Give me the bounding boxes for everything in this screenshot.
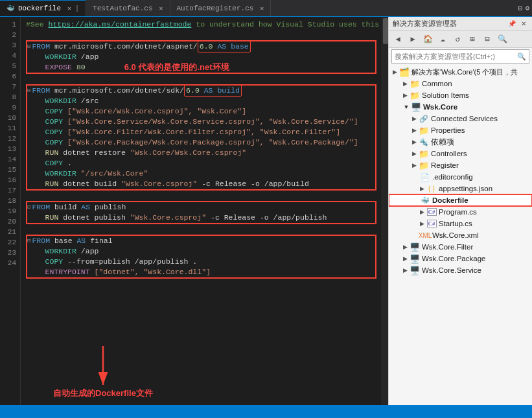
split-icon[interactable]: ⊟ (518, 4, 523, 12)
tree-item-editorconfig[interactable]: 📄 .editorconfig (389, 171, 532, 183)
expand-button[interactable]: ⊞ (466, 33, 479, 46)
tree-item-wsk-core[interactable]: ▼ 🖥️ Wsk.Core (389, 101, 532, 113)
main-area: 12345 678910 1112131415 1617181920 21222… (0, 17, 532, 405)
appsettings-icon: { } (426, 183, 437, 194)
code-line-11: COPY ["Wsk.Core.Filter/Wsk.Core.Filter.c… (27, 127, 375, 137)
tab-autofacregister-close[interactable]: ✕ (260, 5, 264, 12)
code-line-12: COPY ["Wsk.Core.Package/Wsk.Core.Package… (27, 137, 375, 148)
dependencies-label: 依赖项 (431, 137, 454, 147)
code-line-16: RUN dotnet build "Wsk.Core.csproj" -c Re… (27, 179, 375, 189)
editorconfig-label: .editorconfig (432, 173, 473, 181)
scroll-thumb[interactable] (383, 18, 388, 44)
tree-item-controllers[interactable]: ▶ 📁 Controllers (389, 148, 532, 159)
back-button[interactable]: ◀ (391, 33, 404, 46)
tab-dockerfile-close[interactable]: ✕ (67, 5, 71, 12)
tab-testautofac[interactable]: TestAutofac.cs ✕ (86, 0, 170, 16)
tree-item-solution[interactable]: ▶ 🗂️ 解决方案'Wsk.Core'(5 个项目，共 (389, 66, 532, 78)
tab-testautofac-label: TestAutofac.cs (93, 5, 152, 12)
properties-arrow: ▶ (410, 127, 419, 134)
tree-item-wsk-core-filter[interactable]: ▶ 🖥️ Wsk.Core.Filter (389, 241, 532, 253)
wsk-core-service-icon: 🖥️ (410, 265, 420, 275)
tree-item-programcs[interactable]: ▶ C# Program.cs (389, 206, 532, 218)
annotation-arrow-svg (64, 343, 142, 395)
register-arrow: ▶ (410, 162, 419, 168)
solution-explorer-title: 解决方案资源管理器 (393, 19, 505, 29)
solution-items-label: Solution Items (422, 91, 469, 99)
tab-autofacregister[interactable]: AutofacRegister.cs ✕ (170, 0, 272, 16)
wsk-core-package-arrow: ▶ (400, 255, 410, 262)
wsk-core-filter-icon: 🖥️ (410, 242, 420, 252)
connected-services-label: Connected Services (431, 115, 498, 122)
tree-item-startupcs[interactable]: ▶ C# Startup.cs (389, 218, 532, 229)
cloud-button[interactable]: ☁ (436, 33, 449, 46)
code-line-14: COPY . (27, 158, 375, 168)
search-magnifier-icon[interactable]: 🔍 (517, 52, 526, 61)
wsk-core-service-arrow: ▶ (400, 267, 410, 273)
solution-explorer-panel: 解决方案资源管理器 📌 ✕ ◀ ▶ 🏠 ☁ ↺ ⊞ ⊟ 🔍 🔍 (388, 17, 532, 405)
status-bar (0, 405, 532, 418)
tree-item-wsk-core-xml[interactable]: XML Wsk.Core.xml (389, 229, 532, 241)
code-line-13: RUN dotnet restore "Wsk.Core/Wsk.Core.cs… (27, 148, 375, 158)
sync-button[interactable]: ↺ (451, 33, 464, 46)
tree-item-connected-services[interactable]: ▶ 🔗 Connected Services (389, 113, 532, 124)
code-line-22: WORKDIR /app (27, 246, 375, 257)
solution-icon: 🗂️ (399, 67, 410, 77)
code-line-8: WORKDIR /src (27, 96, 375, 106)
code-line-15: WORKDIR "/src/Wsk.Core" (27, 168, 375, 179)
wsk-core-arrow: ▼ (402, 104, 411, 110)
wsk-core-service-label: Wsk.Core.Service (422, 266, 481, 274)
code-line-5: EXPOSE 80 6.0 代表的是使用的.net环境 (27, 62, 375, 73)
dockerfile-tree-label: Dockerfile (432, 196, 468, 204)
annotation-arrow-area: 自动生成的Dockerfile文件 (53, 343, 153, 399)
tree-item-properties[interactable]: ▶ 📁 Properties (389, 124, 532, 136)
code-line-19: RUN dotnet publish "Wsk.Core.csproj" -c … (27, 213, 375, 223)
collapse-button[interactable]: ⊟ (481, 33, 494, 46)
tab-autofacregister-label: AutofacRegister.cs (177, 5, 254, 12)
tree-item-wsk-core-package[interactable]: ▶ 🖥️ Wsk.Core.Package (389, 253, 532, 264)
tab-testautofac-close[interactable]: ✕ (159, 5, 163, 12)
forward-button[interactable]: ▶ (406, 33, 419, 46)
tree-item-wsk-core-service[interactable]: ▶ 🖥️ Wsk.Core.Service (389, 264, 532, 276)
wsk-core-label: Wsk.Core (423, 103, 457, 111)
wsk-core-filter-arrow: ▶ (400, 244, 410, 250)
tab-dockerfile-label: Dockerfile (18, 5, 61, 12)
editor-panel: 12345 678910 1112131415 1617181920 21222… (0, 17, 388, 405)
tree-item-appsettings[interactable]: ▶ { } appsettings.json (389, 183, 532, 194)
programcs-arrow: ▶ (417, 209, 426, 215)
tab-dockerfile[interactable]: 🐳 Dockerfile ✕ | (0, 0, 86, 16)
home-button[interactable]: 🏠 (421, 33, 434, 46)
startupcs-icon: C# (426, 218, 437, 229)
wsk-core-package-label: Wsk.Core.Package (422, 255, 485, 262)
controllers-icon: 📁 (419, 148, 429, 159)
solution-tree: ▶ 🗂️ 解决方案'Wsk.Core'(5 个项目，共 ▶ 📁 Common ▶… (389, 65, 532, 405)
tree-item-register[interactable]: ▶ 📁 Register (389, 159, 532, 171)
tree-item-dependencies[interactable]: ▶ 🔩 依赖项 (389, 136, 532, 148)
code-line-4: WORKDIR /app (27, 52, 375, 62)
wsk-core-xml-label: Wsk.Core.xml (432, 231, 479, 239)
appsettings-label: appsettings.json (439, 185, 492, 192)
preview-button[interactable]: 🔍 (496, 33, 509, 46)
tree-item-dockerfile[interactable]: 🐳 Dockerfile (389, 194, 532, 206)
code-line-10: COPY ["Wsk.Core.Service/Wsk.Core.Service… (27, 117, 375, 127)
solution-arrow: ▶ (390, 69, 399, 75)
tree-item-common[interactable]: ▶ 📁 Common (389, 78, 532, 89)
startupcs-arrow: ▶ (417, 220, 426, 227)
solution-items-icon: 📁 (410, 90, 420, 100)
solution-search-input[interactable] (395, 52, 517, 60)
settings-icon[interactable]: ⚙ (525, 4, 529, 12)
dependencies-icon: 🔩 (419, 137, 429, 147)
code-area[interactable]: #See https://aka.ms/containerfastmode to… (21, 17, 382, 405)
solution-toolbar: ◀ ▶ 🏠 ☁ ↺ ⊞ ⊟ 🔍 (389, 31, 532, 48)
tab-bar: 🐳 Dockerfile ✕ | TestAutofac.cs ✕ Autofa… (0, 0, 532, 17)
code-line-1: #See https://aka.ms/containerfastmode to… (26, 19, 376, 30)
pin-button[interactable]: 📌 (507, 19, 516, 29)
red-section-2: ⊟ FROM mcr.microsoft.com/dotnet/sdk/ 6.0… (26, 84, 376, 191)
editor-tab-icons: ⊟ ⚙ (518, 0, 532, 16)
code-line-23: COPY --from=publish /app/publish . (27, 257, 375, 267)
tree-item-solution-items[interactable]: ▶ 📁 Solution Items (389, 89, 532, 101)
annotation-env: 6.0 代表的是使用的.net环境 (124, 62, 229, 73)
code-line-7: ⊟ FROM mcr.microsoft.com/dotnet/sdk/ 6.0… (27, 86, 375, 96)
connected-services-icon: 🔗 (419, 113, 429, 124)
editor-scrollbar[interactable] (382, 17, 388, 405)
close-panel-button[interactable]: ✕ (519, 19, 528, 29)
